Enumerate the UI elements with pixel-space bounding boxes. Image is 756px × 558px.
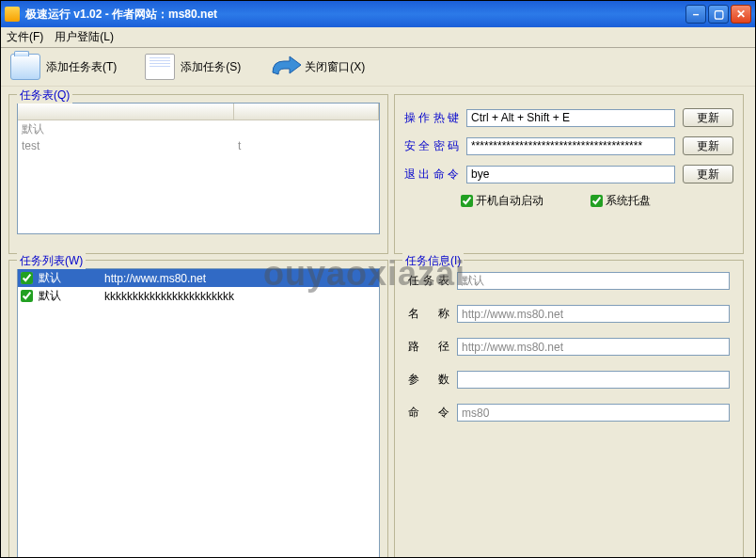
settings-group: 操作热键 更新 安全密码 更新 退出命令 更新 开机自动启动 系统托盘 xyxy=(394,94,744,254)
close-button[interactable]: ✕ xyxy=(731,5,751,24)
list-item[interactable]: 默认 http://www.ms80.net xyxy=(18,269,379,287)
info-args-label: 参 数 xyxy=(408,372,449,388)
close-window-button[interactable]: 关闭窗口(X) xyxy=(269,54,365,80)
toolbar-label: 添加任务(S) xyxy=(181,59,241,75)
window-title: 极速运行 v1.02 - 作者网站：ms80.net xyxy=(25,7,685,23)
password-label: 安全密码 xyxy=(404,138,459,154)
info-name-label: 名 称 xyxy=(408,306,449,322)
group-legend: 任务信息(I) xyxy=(402,253,464,269)
exit-label: 退出命令 xyxy=(404,167,459,183)
autostart-checkbox[interactable]: 开机自动启动 xyxy=(461,193,543,209)
info-cmd-label: 命 令 xyxy=(408,405,449,421)
menu-user-login[interactable]: 用户登陆(L) xyxy=(55,29,114,45)
maximize-button[interactable]: ▢ xyxy=(708,5,729,24)
task-table-list[interactable]: 默认 test t xyxy=(17,103,380,234)
group-legend: 任务表(Q) xyxy=(17,88,72,104)
group-legend: 任务列表(W) xyxy=(17,253,86,269)
add-task-button[interactable]: 添加任务(S) xyxy=(145,54,241,80)
arrow-icon xyxy=(269,54,299,80)
info-name-input[interactable] xyxy=(457,305,730,323)
table-icon xyxy=(10,54,40,80)
update-password-button[interactable]: 更新 xyxy=(683,136,733,155)
info-table-input[interactable] xyxy=(457,272,730,290)
titlebar[interactable]: 极速运行 v1.02 - 作者网站：ms80.net – ▢ ✕ xyxy=(1,1,755,27)
app-icon xyxy=(5,7,20,22)
table-row[interactable]: 默认 xyxy=(18,120,379,138)
toolbar: 添加任务表(T) 添加任务(S) 关闭窗口(X) xyxy=(1,48,755,87)
info-path-label: 路 径 xyxy=(408,339,449,355)
task-list-group: 任务列表(W) 默认 http://www.ms80.net 默认 kkkkkk… xyxy=(8,260,388,558)
task-list[interactable]: 默认 http://www.ms80.net 默认 kkkkkkkkkkkkkk… xyxy=(17,268,380,558)
task-info-group: 任务信息(I) 任务表 名 称 路 径 参 数 命 令 xyxy=(394,260,744,558)
task-checkbox[interactable] xyxy=(21,272,33,284)
toolbar-label: 添加任务表(T) xyxy=(46,59,117,75)
task-checkbox[interactable] xyxy=(21,290,33,302)
menubar: 文件(F) 用户登陆(L) xyxy=(1,27,755,48)
task-table-group: 任务表(Q) 默认 test t xyxy=(8,94,388,254)
hotkey-label: 操作热键 xyxy=(404,110,459,126)
table-header xyxy=(18,104,379,120)
minimize-button[interactable]: – xyxy=(685,5,706,24)
list-item[interactable]: 默认 kkkkkkkkkkkkkkkkkkkkkkk xyxy=(18,287,379,305)
update-hotkey-button[interactable]: 更新 xyxy=(683,108,733,127)
exit-input[interactable] xyxy=(466,166,675,183)
add-task-table-button[interactable]: 添加任务表(T) xyxy=(10,54,117,80)
menu-file[interactable]: 文件(F) xyxy=(7,29,43,45)
tray-checkbox[interactable]: 系统托盘 xyxy=(591,193,651,209)
password-input[interactable] xyxy=(466,137,675,155)
file-icon xyxy=(145,54,175,80)
hotkey-input[interactable] xyxy=(466,109,675,127)
info-args-input[interactable] xyxy=(457,371,730,389)
info-path-input[interactable] xyxy=(457,338,730,356)
update-exit-button[interactable]: 更新 xyxy=(683,165,733,183)
info-table-label: 任务表 xyxy=(408,273,449,289)
table-row[interactable]: test t xyxy=(18,138,379,153)
info-cmd-input[interactable] xyxy=(457,404,730,422)
toolbar-label: 关闭窗口(X) xyxy=(305,59,365,75)
